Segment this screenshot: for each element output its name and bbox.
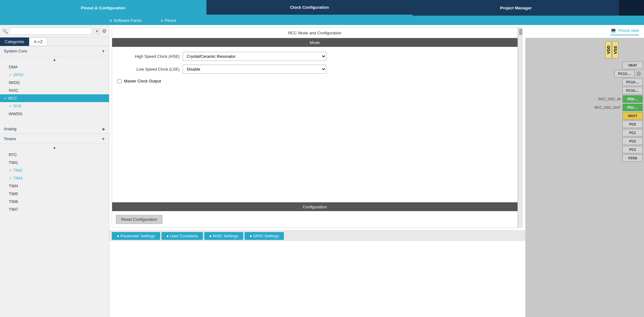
pin-vssa: VSSA xyxy=(587,154,643,162)
sidebar-tab-bar: Categories A->Z xyxy=(0,37,109,46)
category-analog[interactable]: Analog ▶ xyxy=(0,124,109,134)
pin-list: VBAT PC13-... PC14-... xyxy=(587,62,644,162)
lse-row: Low Speed Clock (LSE) Disable xyxy=(117,65,513,74)
timers-sort-arrow[interactable]: ▲ xyxy=(0,144,109,151)
master-clock-checkbox[interactable] xyxy=(117,79,121,83)
pin-pc1: PC1 xyxy=(587,129,643,136)
pin-vssa-box[interactable]: VSSA xyxy=(622,154,643,162)
pin-nrst-box[interactable]: NRST xyxy=(622,112,643,120)
pin-pc0-box[interactable]: PC0 xyxy=(622,121,643,128)
sidebar-item-tim6[interactable]: TIM6 xyxy=(0,198,109,206)
sidebar-item-tim3[interactable]: TIM3 xyxy=(0,174,109,182)
chip-icon: 💻 xyxy=(610,27,617,33)
sidebar-item-tim5[interactable]: TIM5 xyxy=(0,190,109,198)
pin-pc15-box[interactable]: PC15-... xyxy=(622,87,643,94)
sidebar-item-iwdg[interactable]: IWDG xyxy=(0,79,109,87)
pin-pc13-box[interactable]: PC13-... xyxy=(614,70,635,77)
search-input[interactable] xyxy=(10,27,92,35)
sidebar-item-tim4[interactable]: TIM4 xyxy=(0,182,109,190)
search-dropdown-arrow[interactable]: ▼ xyxy=(94,28,100,34)
pin-pc0: PC0 xyxy=(587,121,643,128)
sidebar-item-dma[interactable]: DMA xyxy=(0,63,109,71)
pin-vbat-box[interactable]: VBAT xyxy=(622,62,643,69)
main-layout: 🔍 ▼ ⚙ Categories A->Z System Core ▼ ▲ DM… xyxy=(0,25,644,317)
pin-vbat: VBAT xyxy=(587,62,643,69)
pin-pc3-box[interactable]: PC3 xyxy=(622,146,643,153)
top-navigation: Pinout & Configuration Clock Configurati… xyxy=(0,0,644,16)
vdd-label: VDD xyxy=(605,41,612,58)
subnav-pinout-label: ∨ Pinout xyxy=(161,18,176,23)
rcc-title: RCC Mode and Configuration xyxy=(112,28,518,38)
sidebar-item-tim1[interactable]: TIM1 xyxy=(0,159,109,166)
tab-categories[interactable]: Categories xyxy=(0,37,29,46)
pin-pc14-box[interactable]: PC14-... xyxy=(622,78,643,86)
mode-section-header: Mode xyxy=(112,38,518,47)
sidebar-item-tim2[interactable]: TIM2 xyxy=(0,166,109,174)
gear-icon[interactable]: ⚙ xyxy=(102,28,107,34)
sidebar-item-tim7[interactable]: TIM7 xyxy=(0,206,109,213)
search-icon: 🔍 xyxy=(2,29,8,34)
subnav-software-packs-label: ∨ Software Packs xyxy=(109,18,142,23)
nav-extra[interactable] xyxy=(619,0,644,16)
hse-select[interactable]: Crystal/Ceramic Resonator xyxy=(183,52,326,61)
pin-pd0-box[interactable]: PD0-... xyxy=(622,95,643,103)
lse-select[interactable]: Disable xyxy=(183,65,326,74)
sidebar-item-nvic[interactable]: NVIC xyxy=(0,87,109,94)
category-timers[interactable]: Timers ▼ xyxy=(0,134,109,144)
tab-nvic-settings[interactable]: ● NVIC Settings xyxy=(204,232,243,240)
hse-row: High Speed Clock (HSE) Crystal/Ceramic R… xyxy=(117,52,513,61)
vdd-vss-container: VDD VSS xyxy=(605,41,618,58)
system-core-sort-arrow[interactable]: ▲ xyxy=(0,56,109,63)
pin-connector-dot xyxy=(637,72,641,76)
pin-pd0-label: RCC_OSC_IN xyxy=(596,97,621,101)
pin-pc2-box[interactable]: PC2 xyxy=(622,137,643,145)
sidebar: 🔍 ▼ ⚙ Categories A->Z System Core ▼ ▲ DM… xyxy=(0,25,109,317)
sidebar-item-gpio[interactable]: GPIO xyxy=(0,71,109,79)
chevron-down-icon: ▼ xyxy=(102,49,105,53)
subnav-software-packs[interactable]: ∨ Software Packs xyxy=(109,18,142,23)
pin-nrst: NRST xyxy=(587,112,643,120)
pin-pd1-label: RCC_OSC_OUT xyxy=(595,106,621,109)
rcc-panel: RCC Mode and Configuration Mode High Spe… xyxy=(109,25,525,317)
reset-config-button[interactable]: Reset Configuration xyxy=(116,215,162,224)
nav-project-label: Project Manager xyxy=(500,6,532,10)
vss-label: VSS xyxy=(612,41,618,58)
pinout-chip-area: VDD VSS VBAT PC13-... xyxy=(525,38,644,317)
scrollbar-thumb[interactable] xyxy=(519,29,522,35)
category-analog-label: Analog xyxy=(4,126,16,131)
pin-pc15: PC15-... xyxy=(587,87,643,94)
category-system-core[interactable]: System Core ▼ xyxy=(0,46,109,56)
pinout-header: 💻 Pinout view xyxy=(525,25,644,38)
pin-pd1-box[interactable]: PD1-... xyxy=(622,104,643,111)
pin-pc13-connector xyxy=(637,72,643,76)
pin-pc3: PC3 xyxy=(587,146,643,153)
nav-pinout[interactable]: Pinout & Configuration xyxy=(0,0,206,16)
sidebar-item-rtc[interactable]: RTC xyxy=(0,151,109,159)
pin-pc2: PC2 xyxy=(587,137,643,145)
chevron-down-icon-timers: ▼ xyxy=(102,137,105,141)
tab-user-constants[interactable]: ● User Constants xyxy=(161,232,203,240)
nav-project[interactable]: Project Manager xyxy=(413,0,619,16)
sidebar-item-wwdg[interactable]: WWDG xyxy=(0,110,109,118)
sidebar-item-sys[interactable]: SYS xyxy=(0,102,109,110)
pinout-view-label: Pinout view xyxy=(618,28,639,33)
tab-gpio-settings[interactable]: ● GPIO Settings xyxy=(245,232,284,240)
lse-label: Low Speed Clock (LSE) xyxy=(117,67,180,72)
master-clock-row: Master Clock Output xyxy=(117,77,513,85)
tab-az[interactable]: A->Z xyxy=(29,37,47,46)
config-header: Configuration xyxy=(112,202,518,211)
pinout-view-button[interactable]: 💻 Pinout view xyxy=(610,27,639,35)
bottom-tab-bar: ● Parameter Settings ● User Constants ● … xyxy=(109,230,525,241)
category-system-core-label: System Core xyxy=(4,49,27,53)
hse-label: High Speed Clock (HSE) xyxy=(117,54,180,59)
config-section: Configuration Reset Configuration xyxy=(112,202,518,228)
subnav-pinout[interactable]: ∨ Pinout xyxy=(161,18,176,23)
sidebar-item-rcc[interactable]: RCC xyxy=(0,94,109,102)
mode-empty-area xyxy=(112,90,518,202)
pin-pc1-box[interactable]: PC1 xyxy=(622,129,643,136)
tab-parameter-settings[interactable]: ● Parameter Settings xyxy=(112,232,160,240)
pin-pd1: RCC_OSC_OUT PD1-... xyxy=(587,104,643,111)
sub-navigation: ∨ Software Packs ∨ Pinout xyxy=(0,16,644,25)
mode-section: High Speed Clock (HSE) Crystal/Ceramic R… xyxy=(112,47,518,90)
nav-clock[interactable]: Clock Configuration xyxy=(206,0,413,16)
